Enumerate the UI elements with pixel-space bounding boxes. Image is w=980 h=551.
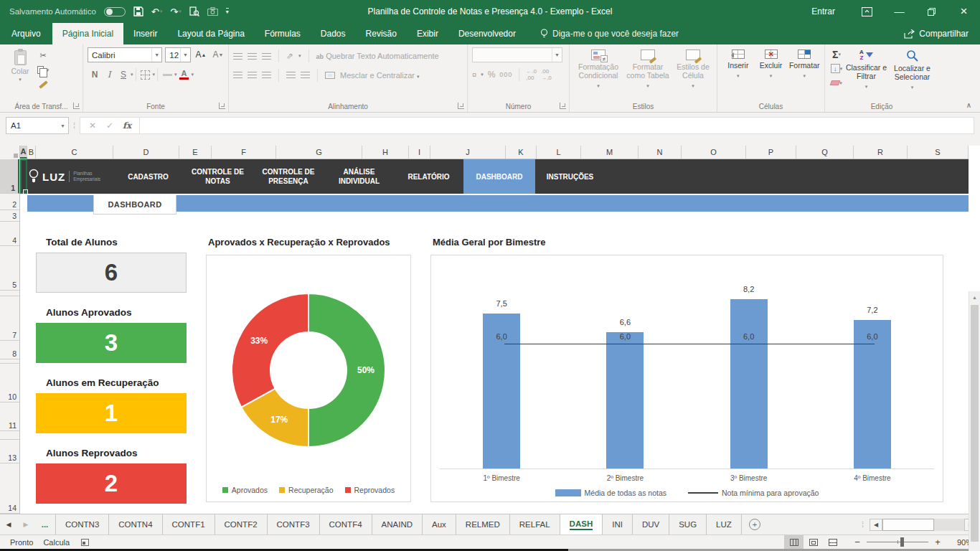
sign-in-button[interactable]: Entrar: [796, 0, 851, 23]
vertical-scrollbar[interactable]: ▲ ▼: [969, 291, 980, 551]
vertical-scroll-thumb[interactable]: [971, 305, 979, 542]
tab-pagina-inicial[interactable]: Página Inicial: [52, 23, 123, 44]
row-header-10[interactable]: 10: [0, 364, 19, 402]
column-header-f[interactable]: F: [212, 146, 276, 159]
normal-view-button[interactable]: [784, 535, 804, 550]
sheet-tab-sug[interactable]: SUG: [669, 514, 707, 534]
column-header-h[interactable]: H: [362, 146, 409, 159]
column-header-l[interactable]: L: [537, 146, 581, 159]
formula-bar-divider[interactable]: ⁞: [69, 121, 80, 130]
formula-input[interactable]: [140, 117, 974, 134]
comma-style-button[interactable]: 000: [499, 71, 512, 78]
autosum-icon[interactable]: Σ▾: [829, 48, 844, 60]
sheet-tab-duv[interactable]: DUV: [633, 514, 669, 534]
align-center-icon[interactable]: [248, 72, 257, 80]
bar-chart-panel[interactable]: 7,56,06,66,08,26,07,26,0 1º Bimestre2º B…: [430, 255, 943, 502]
print-preview-icon[interactable]: [189, 6, 199, 17]
zoom-in-button[interactable]: +: [934, 537, 941, 547]
column-header-e[interactable]: E: [179, 146, 212, 159]
font-name-combo[interactable]: Calibri▼: [88, 47, 162, 62]
sheet-tab-contf2[interactable]: CONTF2: [215, 514, 268, 534]
share-button[interactable]: Compartilhar: [904, 23, 980, 44]
row-header-2[interactable]: 2: [0, 194, 19, 210]
nav-item-controle-de-notas[interactable]: CONTROLE DE NOTAS: [183, 159, 253, 194]
column-header-j[interactable]: J: [430, 146, 506, 159]
number-dialog-launcher[interactable]: [560, 103, 566, 109]
bold-button[interactable]: N: [88, 67, 102, 82]
format-as-table-button[interactable]: Formatar como Tabela▾: [623, 47, 673, 90]
page-layout-view-button[interactable]: [804, 535, 823, 550]
camera-icon[interactable]: [207, 7, 218, 16]
zoom-slider[interactable]: [867, 542, 928, 542]
sheet-overflow-indicator[interactable]: ...: [34, 514, 56, 534]
format-cells-button[interactable]: Formatar▾: [787, 47, 821, 80]
font-color-dropdown-icon[interactable]: ▾: [192, 72, 194, 77]
zoom-slider-thumb[interactable]: [900, 537, 904, 547]
align-left-icon[interactable]: [233, 72, 242, 80]
copy-icon[interactable]: ▾: [36, 64, 50, 76]
clipboard-dialog-launcher[interactable]: [73, 103, 80, 109]
cancel-entry-icon[interactable]: ✕: [85, 121, 100, 131]
find-select-button[interactable]: Localizar e Selecionar▾: [889, 47, 936, 92]
splitter-dots[interactable]: ⁞: [856, 520, 870, 529]
number-format-combo[interactable]: ▼: [472, 47, 562, 62]
sheet-tab-dash[interactable]: DASH: [560, 514, 603, 534]
underline-dropdown-icon[interactable]: ▾: [131, 72, 133, 77]
sheet-tab-relfal[interactable]: RELFAL: [510, 514, 560, 534]
tab-dados[interactable]: Dados: [311, 23, 356, 44]
scroll-left-icon[interactable]: ◀: [870, 519, 882, 531]
customize-qat-icon[interactable]: ▾: [226, 8, 229, 15]
sheet-tab-contf4[interactable]: CONTF4: [320, 514, 372, 534]
fill-color-icon[interactable]: [160, 67, 174, 82]
scroll-up-icon[interactable]: ▲: [969, 291, 980, 303]
tab-inserir[interactable]: Inserir: [123, 23, 167, 44]
paste-button[interactable]: Colar ▾: [4, 47, 36, 83]
new-sheet-button[interactable]: +: [742, 514, 768, 534]
autosave-toggle[interactable]: [104, 7, 126, 17]
increase-indent-icon[interactable]: [301, 72, 310, 80]
column-header-g[interactable]: G: [276, 146, 362, 159]
sheet-canvas[interactable]: LUZ PlanilhasEmpresariais CADASTROCONTRO…: [20, 159, 969, 514]
sheet-tab-ini[interactable]: INI: [603, 514, 633, 534]
row-header-11[interactable]: 11: [0, 402, 19, 431]
column-header-n[interactable]: N: [639, 146, 682, 159]
font-size-combo[interactable]: 12▼: [165, 47, 191, 62]
nav-item-analise-individual[interactable]: ANÁLISE INDIVIDUAL: [324, 159, 394, 194]
sheet-tab-relmed[interactable]: RELMED: [456, 514, 510, 534]
redo-button[interactable]: ↷▾: [170, 6, 181, 17]
column-header-d[interactable]: D: [113, 146, 179, 159]
increase-decimal-icon[interactable]: ←.0,00: [526, 68, 537, 81]
font-color-icon[interactable]: A: [177, 67, 192, 82]
row-header-4[interactable]: 4: [0, 222, 19, 246]
column-header-o[interactable]: O: [682, 146, 746, 159]
delete-cells-button[interactable]: Excluir▾: [755, 47, 788, 80]
row-header-13[interactable]: 13: [0, 440, 19, 463]
tell-me-box[interactable]: Diga-me o que você deseja fazer: [540, 23, 679, 44]
undo-button[interactable]: ↶▾: [151, 6, 162, 17]
tab-desenvolvedor[interactable]: Desenvolvedor: [448, 23, 526, 44]
sheet-tab-aux[interactable]: Aux: [423, 514, 456, 534]
column-header-m[interactable]: M: [581, 146, 639, 159]
zoom-out-button[interactable]: −: [854, 537, 861, 547]
decrease-indent-icon[interactable]: [286, 72, 296, 80]
row-header-14[interactable]: 14: [0, 463, 19, 514]
align-right-icon[interactable]: [262, 72, 271, 80]
row-header-1[interactable]: 1: [0, 159, 19, 194]
page-break-view-button[interactable]: [823, 535, 842, 550]
macro-record-icon[interactable]: [81, 539, 89, 546]
column-header-i[interactable]: I: [409, 146, 430, 159]
increase-font-icon[interactable]: A▲: [194, 47, 208, 62]
name-box[interactable]: A1 ▼: [6, 117, 69, 134]
align-bottom-icon[interactable]: [262, 53, 271, 60]
tab-exibir[interactable]: Exibir: [407, 23, 448, 44]
sheet-tab-luz[interactable]: LUZ: [707, 514, 742, 534]
nav-item-relatorio[interactable]: RELATÓRIO: [394, 159, 463, 194]
borders-dropdown-icon[interactable]: ▾: [153, 72, 156, 77]
column-header-k[interactable]: K: [506, 146, 537, 159]
cut-icon[interactable]: ✂: [36, 50, 50, 62]
merge-center-icon[interactable]: [325, 72, 335, 79]
sheet-nav-left-icon[interactable]: ◀: [0, 514, 17, 534]
tab-layout-da-pagina[interactable]: Layout da Página: [167, 23, 254, 44]
nav-item-controle-de-presenca[interactable]: CONTROLE DE PRESENÇA: [253, 159, 324, 194]
insert-function-icon[interactable]: fx: [119, 121, 135, 131]
